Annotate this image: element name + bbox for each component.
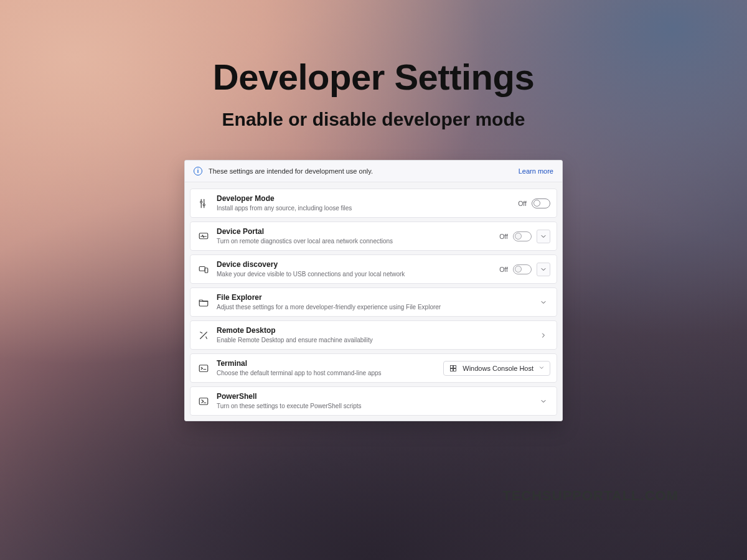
chevron-down-icon <box>538 365 545 372</box>
row-developer-mode: Developer Mode Install apps from any sou… <box>190 189 557 218</box>
row-device-portal: Device Portal Turn on remote diagnostics… <box>190 222 557 251</box>
row-powershell: PowerShell Turn on these settings to exe… <box>190 386 557 416</box>
expand-button[interactable] <box>537 263 550 276</box>
info-bar: i These settings are intended for develo… <box>185 161 562 182</box>
row-description: Adjust these settings for a more develop… <box>217 303 530 311</box>
svg-rect-4 <box>205 268 208 273</box>
row-description: Choose the default terminal app to host … <box>217 369 437 377</box>
page-title: Developer Settings <box>0 56 747 98</box>
row-description: Turn on these settings to execute PowerS… <box>217 402 530 410</box>
svg-rect-5 <box>199 365 208 371</box>
row-title: Device Portal <box>217 227 493 236</box>
device-discovery-toggle[interactable] <box>513 264 532 274</box>
row-file-explorer: File Explorer Adjust these settings for … <box>190 287 557 317</box>
device-portal-toggle[interactable] <box>513 231 532 241</box>
svg-rect-2 <box>199 233 208 238</box>
tools-icon <box>197 197 210 210</box>
svg-point-1 <box>203 203 205 205</box>
toggle-label: Off <box>518 200 527 207</box>
watermark: TECHSUPPORTALL.COM <box>502 488 679 504</box>
row-remote-desktop: Remote Desktop Enable Remote Desktop and… <box>190 320 557 350</box>
developer-mode-toggle[interactable] <box>532 198 550 208</box>
row-description: Make your device visible to USB connecti… <box>217 270 493 278</box>
info-icon: i <box>194 167 202 175</box>
svg-rect-8 <box>451 368 453 371</box>
windows-icon <box>449 364 458 373</box>
page-subtitle: Enable or disable developer mode <box>0 109 747 130</box>
terminal-select-value: Windows Console Host <box>463 365 533 372</box>
terminal-select[interactable]: Windows Console Host <box>443 361 550 376</box>
row-description: Enable Remote Desktop and ensure machine… <box>217 336 530 344</box>
expand-button[interactable] <box>537 230 550 243</box>
row-title: Device discovery <box>217 260 493 269</box>
terminal-icon <box>197 362 210 375</box>
svg-point-0 <box>200 201 202 203</box>
devices-icon <box>197 263 210 276</box>
expand-button[interactable] <box>537 394 550 408</box>
row-title: Developer Mode <box>217 194 512 203</box>
row-description: Turn on remote diagnostics over local ar… <box>217 237 493 245</box>
row-title: Terminal <box>217 359 437 368</box>
toggle-label: Off <box>499 233 508 240</box>
row-description: Install apps from any source, including … <box>217 204 512 212</box>
powershell-icon <box>197 394 210 408</box>
folder-icon <box>197 296 210 309</box>
svg-rect-6 <box>451 365 453 368</box>
row-terminal: Terminal Choose the default terminal app… <box>190 353 557 383</box>
svg-rect-7 <box>454 365 456 368</box>
toggle-label: Off <box>499 266 508 273</box>
navigate-button[interactable] <box>537 329 550 342</box>
row-title: File Explorer <box>217 293 530 302</box>
row-title: Remote Desktop <box>217 326 530 335</box>
expand-button[interactable] <box>537 296 550 309</box>
svg-rect-3 <box>199 266 205 271</box>
row-device-discovery: Device discovery Make your device visibl… <box>190 254 557 284</box>
remote-icon <box>197 329 210 342</box>
svg-rect-9 <box>454 368 456 371</box>
settings-panel: i These settings are intended for develo… <box>184 160 563 421</box>
row-title: PowerShell <box>217 392 530 401</box>
monitor-heart-icon <box>197 230 210 243</box>
info-text: These settings are intended for developm… <box>209 167 373 175</box>
learn-more-link[interactable]: Learn more <box>519 167 553 175</box>
